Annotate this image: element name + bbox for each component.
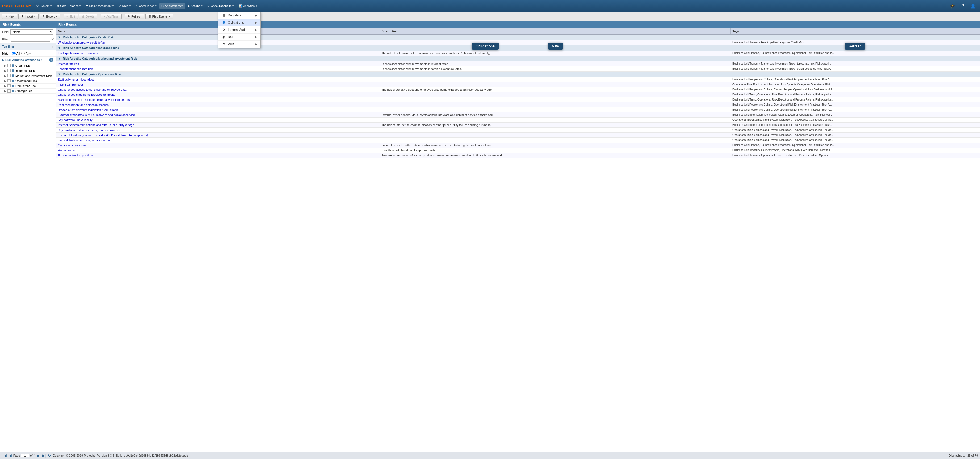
nav-core-libraries[interactable]: ▦ Core Libraries ▾ xyxy=(54,3,83,9)
cell-name[interactable]: Staff bullying or misconduct xyxy=(56,77,379,82)
import-button[interactable]: ⬇ Import ▾ xyxy=(18,14,38,19)
col-tags[interactable]: Tags xyxy=(730,28,980,34)
cell-name[interactable]: Poor recruitment and selection process xyxy=(56,102,379,107)
cell-desc: Losses associated with movements in fore… xyxy=(379,67,730,72)
table-row[interactable]: Poor recruitment and selection process B… xyxy=(56,102,980,107)
help-courses-icon[interactable]: 🎓 xyxy=(948,2,958,10)
refresh-nav-button[interactable]: ↻ xyxy=(47,453,52,458)
risk-appetite-section[interactable]: ▶ Risk Appetite Categories > + xyxy=(0,57,56,63)
match-any-radio[interactable]: Any xyxy=(21,52,30,55)
nav-compliance[interactable]: ✦ Compliance ▾ xyxy=(134,3,159,9)
nav-applications[interactable]: ⬡ Applications ▾ xyxy=(159,3,185,9)
table-row[interactable]: Erroneous trading positions Erroneous ca… xyxy=(56,153,980,158)
table-row[interactable]: Interest rate risk Losses associated wit… xyxy=(56,61,980,67)
table-row[interactable]: Staff bullying or misconduct Business Un… xyxy=(56,77,980,82)
table-row[interactable]: Continuous disclosure Failure to comply … xyxy=(56,143,980,148)
table-wrapper[interactable]: Name Description Tags ▼ Risk Appetite Ca… xyxy=(56,28,980,451)
cell-name[interactable]: Unauthorised statements provided to medi… xyxy=(56,92,379,97)
cell-name[interactable]: Key software unavailability xyxy=(56,118,379,123)
cell-desc: Unauthorized utilization of approved lim… xyxy=(379,148,730,153)
list-item[interactable]: ▶ Strategic Risk xyxy=(0,89,56,94)
cell-name[interactable]: Continuous disclosure xyxy=(56,143,379,148)
edit-button[interactable]: ✏ Edit xyxy=(64,14,78,19)
new-button[interactable]: ✦ New xyxy=(2,14,17,19)
table-row[interactable]: Foreign exchange rate risk Losses associ… xyxy=(56,67,980,72)
checkbox-strategic[interactable] xyxy=(8,89,11,92)
checkbox-insurance[interactable] xyxy=(8,69,11,72)
menu-item-obligations[interactable]: 👤 Obligations ▶ xyxy=(218,19,260,26)
cell-name[interactable]: Key hardware failure - servers, routers,… xyxy=(56,128,379,133)
table-row[interactable]: Marketing material distributed externall… xyxy=(56,97,980,102)
page-input[interactable] xyxy=(21,454,29,457)
table-row[interactable]: Key software unavailability Operational … xyxy=(56,118,980,123)
cell-name[interactable]: Erroneous trading positions xyxy=(56,153,379,158)
cell-name[interactable]: Breach of employment legislation / regul… xyxy=(56,107,379,113)
internal-audit-icon: ⚙ xyxy=(221,28,226,32)
delete-button[interactable]: 🗑 Delete xyxy=(79,14,97,19)
table-row[interactable]: Unauthorised statements provided to medi… xyxy=(56,92,980,97)
risk-events-button[interactable]: ▦ Risk Events ▾ xyxy=(145,14,173,19)
col-description[interactable]: Description xyxy=(379,28,730,34)
next-page-button[interactable]: ▶ xyxy=(37,453,40,458)
table-row[interactable]: Rogue trading Unauthorized utilization o… xyxy=(56,148,980,153)
table-row[interactable]: Internet, telecommunications and other p… xyxy=(56,123,980,128)
collapse-button[interactable]: « xyxy=(51,45,53,49)
last-page-button[interactable]: ▶| xyxy=(41,453,46,458)
list-item[interactable]: ▶ Credit Risk xyxy=(0,63,56,69)
list-item[interactable]: ▶ Market and Investment Risk xyxy=(0,73,56,78)
cell-name[interactable]: Rogue trading xyxy=(56,148,379,153)
menu-item-internal-audit[interactable]: ⚙ Internal Audit ▶ xyxy=(218,26,260,33)
cell-name[interactable]: Unavailability of systems, services or d… xyxy=(56,138,379,143)
refresh-button[interactable]: ↻ Refresh xyxy=(125,14,145,19)
table-row[interactable]: External cyber attacks, virus, malware a… xyxy=(56,113,980,118)
cell-name[interactable]: Marketing material distributed externall… xyxy=(56,97,379,102)
table-row[interactable]: Failure of third party service provider … xyxy=(56,133,980,138)
nav-system[interactable]: ⚙ System ▾ xyxy=(34,3,54,9)
cell-name[interactable]: Unauthorized access to sensitive and emp… xyxy=(56,87,379,92)
table-row[interactable]: Unauthorized access to sensitive and emp… xyxy=(56,87,980,92)
menu-item-whs[interactable]: ⚑ WHS ▶ xyxy=(218,41,260,48)
checkbox-operational[interactable] xyxy=(8,79,11,83)
menu-item-bcp[interactable]: ◉ BCP ▶ xyxy=(218,33,260,41)
list-item[interactable]: ▶ Insurance Risk xyxy=(0,69,56,73)
add-tags-button[interactable]: + Add Tags xyxy=(101,14,121,19)
table-row[interactable]: Inadequate insurance coverage The risk o… xyxy=(56,51,980,56)
prev-page-button[interactable]: ◀ xyxy=(8,453,12,458)
field-select[interactable]: Name xyxy=(10,29,53,35)
cell-name[interactable]: Wholesale counterparty credit default xyxy=(56,40,379,45)
add-category-button[interactable]: + xyxy=(49,58,53,62)
checkbox-credit[interactable] xyxy=(8,64,11,67)
help-icon[interactable]: ? xyxy=(959,2,966,9)
table-row[interactable]: Wholesale counterparty credit default Bu… xyxy=(56,40,980,45)
expand-icon: ▶ xyxy=(4,80,6,83)
cell-name[interactable]: Interest rate risk xyxy=(56,61,379,67)
cell-name[interactable]: Failure of third party service provider … xyxy=(56,133,379,138)
cell-name[interactable]: Foreign exchange rate risk xyxy=(56,67,379,72)
checkbox-regulatory[interactable] xyxy=(8,84,11,88)
filter-clear-icon[interactable]: ✕ xyxy=(51,37,54,41)
cell-name[interactable]: Internet, telecommunications and other p… xyxy=(56,123,379,128)
cell-name[interactable]: Inadequate insurance coverage xyxy=(56,51,379,56)
menu-item-registers[interactable]: ▦ Registers ▶ xyxy=(218,12,260,19)
cell-name[interactable]: High Staff Turnover xyxy=(56,82,379,87)
first-page-button[interactable]: |◀ xyxy=(2,453,7,458)
checkbox-market[interactable] xyxy=(8,74,11,77)
table-row[interactable]: Breach of employment legislation / regul… xyxy=(56,107,980,113)
nav-risk-assessment[interactable]: ⚑ Risk Assessment ▾ xyxy=(83,3,116,9)
nav-kris[interactable]: ◎ KRIs ▾ xyxy=(116,3,133,9)
table-row[interactable]: Key hardware failure - servers, routers,… xyxy=(56,128,980,133)
export-button[interactable]: ⬆ Export ▾ xyxy=(40,14,60,19)
list-item[interactable]: ▶ Regulatory Risk xyxy=(0,83,56,89)
nav-actions[interactable]: ▶ Actions ▾ xyxy=(186,3,205,9)
page-label: Page xyxy=(13,454,20,457)
nav-checklist-audits[interactable]: ☑ Checklist Audits ▾ xyxy=(205,3,236,9)
cell-name[interactable]: External cyber attacks, virus, malware a… xyxy=(56,113,379,118)
list-item[interactable]: ▶ Operational Risk xyxy=(0,78,56,83)
filter-input[interactable] xyxy=(11,37,50,42)
col-name[interactable]: Name xyxy=(56,28,379,34)
match-all-radio[interactable]: All xyxy=(12,52,20,55)
table-row[interactable]: High Staff Turnover Operational Risk:Emp… xyxy=(56,82,980,87)
nav-analytics[interactable]: 📊 Analytics ▾ xyxy=(237,3,259,9)
user-icon[interactable]: 👤 xyxy=(968,2,978,10)
table-row[interactable]: Unavailability of systems, services or d… xyxy=(56,138,980,143)
